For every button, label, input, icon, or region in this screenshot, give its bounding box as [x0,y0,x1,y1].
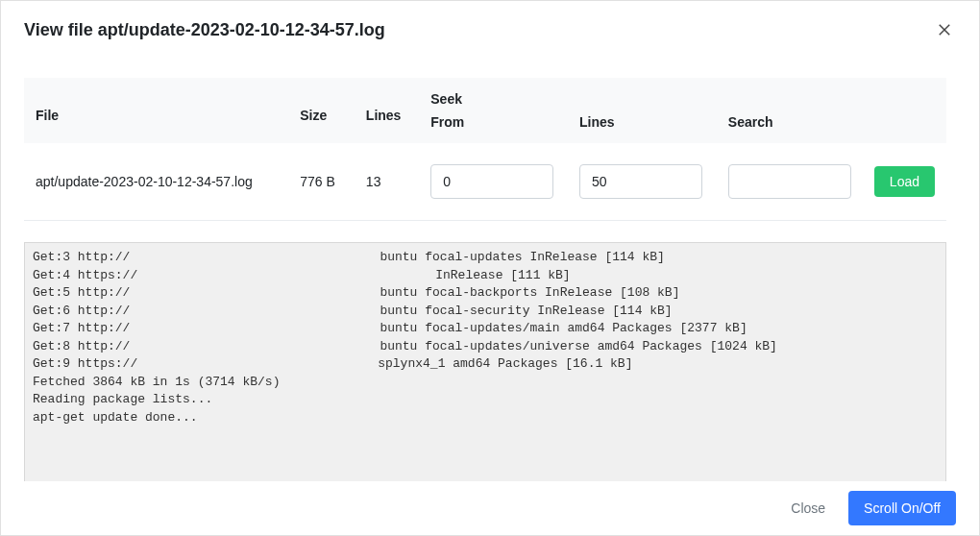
file-name-cell: apt/update-2023-02-10-12-34-57.log [24,143,288,221]
modal-title: View file apt/update-2023-02-10-12-34-57… [24,20,385,40]
close-icon[interactable] [933,18,956,41]
column-file: File [24,78,288,143]
modal-header: View file apt/update-2023-02-10-12-34-57… [1,1,979,55]
seek-lines-input[interactable] [579,164,702,199]
file-lines-cell: 13 [355,143,419,221]
file-info-table: File Size Lines Seek From Lines Search a… [24,78,946,221]
file-size-cell: 776 B [288,143,355,221]
table-row: apt/update-2023-02-10-12-34-57.log 776 B… [24,143,946,221]
search-input[interactable] [728,164,851,199]
close-button[interactable]: Close [777,493,839,524]
log-content[interactable]: Get:3 http://⠀⠀⠀⠀⠀⠀⠀⠀⠀⠀⠀⠀⠀⠀⠀⠀⠀⠀⠀⠀⠀⠀⠀⠀⠀⠀b… [24,242,946,481]
scroll-toggle-button[interactable]: Scroll On/Off [848,491,956,525]
column-search: Search [717,110,863,143]
column-from: From [419,110,568,143]
column-seek-lines: Lines [568,110,717,143]
column-lines: Lines [355,78,419,143]
seek-from-input[interactable] [430,164,553,199]
content-scroll-area[interactable]: File Size Lines Seek From Lines Search a… [1,55,969,481]
load-button[interactable]: Load [874,166,935,197]
column-load [863,110,946,143]
column-size: Size [288,78,355,143]
column-seek: Seek [419,78,946,110]
modal-footer: Close Scroll On/Off [1,481,979,535]
